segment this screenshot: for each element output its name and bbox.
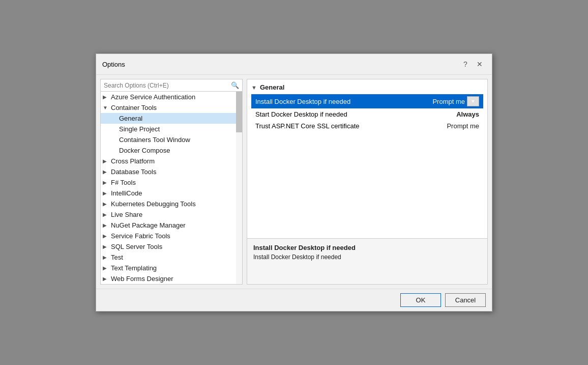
description-panel: Install Docker Desktop if needed Install… <box>247 238 487 284</box>
tree-arrow-nuget: ▶ <box>103 222 111 228</box>
settings-row-install-docker[interactable]: Install Docker Desktop if neededPrompt m… <box>251 94 483 108</box>
setting-name-trust-cert: Trust ASP.NET Core SSL certificate <box>255 122 447 130</box>
search-icon: 🔍 <box>231 81 239 89</box>
section-chevron: ▼ <box>251 85 257 91</box>
scrollbar-track[interactable] <box>236 92 242 284</box>
tree-arrow-web-forms: ▶ <box>103 276 111 282</box>
tree-item-docker-compose[interactable]: Docker Compose <box>101 145 242 156</box>
tree-label-test: Test <box>111 254 240 261</box>
tree-label-general: General <box>119 115 240 122</box>
tree-label-docker-compose: Docker Compose <box>119 147 240 154</box>
scrollbar-thumb[interactable] <box>236 92 242 132</box>
tree-label-nuget: NuGet Package Manager <box>111 221 240 229</box>
tree-arrow-text-templating: ▶ <box>103 265 111 271</box>
tree-label-cross-platform: Cross Platform <box>111 157 240 165</box>
title-bar-left: Options <box>102 61 125 68</box>
title-bar: Options ? ✕ <box>96 54 492 75</box>
tree-arrow-sql-server: ▶ <box>103 244 111 249</box>
right-panel: ▼ General Install Docker Desktop if need… <box>247 79 488 285</box>
tree-item-sql-server[interactable]: ▶SQL Server Tools <box>101 241 242 252</box>
tree-label-kubernetes: Kubernetes Debugging Tools <box>111 200 240 208</box>
tree-arrow-fsharp-tools: ▶ <box>103 180 111 185</box>
tree-label-azure: Azure Service Authentication <box>111 93 240 101</box>
tree-item-text-templating[interactable]: ▶Text Templating <box>101 263 242 273</box>
tree-arrow-intellicode: ▶ <box>103 190 111 196</box>
dialog-title: Options <box>102 61 125 68</box>
setting-value-start-docker: Always <box>456 110 479 118</box>
tree-item-single-project[interactable]: Single Project <box>101 124 242 134</box>
tree-label-service-fabric: Service Fabric Tools <box>111 232 240 240</box>
close-button[interactable]: ✕ <box>474 58 486 70</box>
tree-item-fsharp-tools[interactable]: ▶F# Tools <box>101 177 242 188</box>
setting-value-trust-cert: Prompt me <box>447 122 479 130</box>
tree-item-web-forms[interactable]: ▶Web Forms Designer <box>101 273 242 284</box>
tree-item-cross-platform[interactable]: ▶Cross Platform <box>101 156 242 166</box>
tree-item-kubernetes[interactable]: ▶Kubernetes Debugging Tools <box>101 199 242 209</box>
tree-container: ▶Azure Service Authentication▼Container … <box>101 92 242 284</box>
tree-arrow-live-share: ▶ <box>103 212 111 217</box>
tree-arrow-database-tools: ▶ <box>103 169 111 175</box>
tree-label-fsharp-tools: F# Tools <box>111 179 240 186</box>
tree-arrow-container-tools: ▼ <box>103 105 111 110</box>
tree-item-container-tools[interactable]: ▼Container Tools <box>101 102 242 113</box>
settings-row-trust-cert[interactable]: Trust ASP.NET Core SSL certificatePrompt… <box>251 120 483 132</box>
tree-item-test[interactable]: ▶Test <box>101 252 242 263</box>
tree-item-intellicode[interactable]: ▶IntelliCode <box>101 188 242 199</box>
left-panel: 🔍 ▶Azure Service Authentication▼Containe… <box>100 79 243 285</box>
tree-label-single-project: Single Project <box>119 125 240 133</box>
tree-label-database-tools: Database Tools <box>111 168 240 176</box>
tree-label-containers-tool-window: Containers Tool Window <box>119 136 240 144</box>
tree-label-container-tools: Container Tools <box>111 104 240 111</box>
setting-name-install-docker: Install Docker Desktop if needed <box>255 98 432 105</box>
tree-item-containers-tool-window[interactable]: Containers Tool Window <box>101 134 242 145</box>
tree-label-text-templating: Text Templating <box>111 264 240 272</box>
tree-item-live-share[interactable]: ▶Live Share <box>101 209 242 220</box>
tree-item-service-fabric[interactable]: ▶Service Fabric Tools <box>101 231 242 241</box>
search-box: 🔍 <box>101 79 242 92</box>
tree-label-intellicode: IntelliCode <box>111 189 240 197</box>
tree-area: ▶Azure Service Authentication▼Container … <box>101 92 242 284</box>
tree-label-web-forms: Web Forms Designer <box>111 275 240 283</box>
tree-item-database-tools[interactable]: ▶Database Tools <box>101 166 242 177</box>
dropdown-button[interactable]: ▼ <box>467 96 479 106</box>
description-title: Install Docker Desktop if needed <box>253 244 481 251</box>
dialog-footer: OK Cancel <box>96 289 492 311</box>
tree-arrow-cross-platform: ▶ <box>103 158 111 164</box>
tree-item-general[interactable]: General <box>101 113 242 124</box>
section-header: ▼ General <box>251 83 483 91</box>
ok-button[interactable]: OK <box>400 293 441 307</box>
tree-item-azure[interactable]: ▶Azure Service Authentication <box>101 92 242 102</box>
setting-name-start-docker: Start Docker Desktop if needed <box>255 110 456 118</box>
tree-label-sql-server: SQL Server Tools <box>111 243 240 250</box>
settings-table: Install Docker Desktop if neededPrompt m… <box>251 94 483 132</box>
right-top: ▼ General Install Docker Desktop if need… <box>247 79 487 238</box>
tree-arrow-service-fabric: ▶ <box>103 233 111 239</box>
tree-item-nuget[interactable]: ▶NuGet Package Manager <box>101 220 242 231</box>
description-text: Install Docker Desktop if needed <box>253 254 481 261</box>
search-input[interactable] <box>104 82 231 89</box>
tree-arrow-test: ▶ <box>103 255 111 260</box>
tree-arrow-kubernetes: ▶ <box>103 201 111 207</box>
tree-arrow-azure: ▶ <box>103 94 111 100</box>
setting-value-install-docker: Prompt me <box>432 98 465 105</box>
dialog-body: 🔍 ▶Azure Service Authentication▼Containe… <box>96 75 492 311</box>
settings-row-start-docker[interactable]: Start Docker Desktop if neededAlways <box>251 108 483 120</box>
options-dialog: Options ? ✕ 🔍 ▶Azure Service Authenticat… <box>96 53 492 312</box>
cancel-button[interactable]: Cancel <box>445 293 486 307</box>
tree-label-live-share: Live Share <box>111 211 240 218</box>
section-label: General <box>260 83 284 91</box>
dialog-main: 🔍 ▶Azure Service Authentication▼Containe… <box>96 75 492 289</box>
title-bar-right: ? ✕ <box>459 58 486 70</box>
help-button[interactable]: ? <box>459 58 472 70</box>
